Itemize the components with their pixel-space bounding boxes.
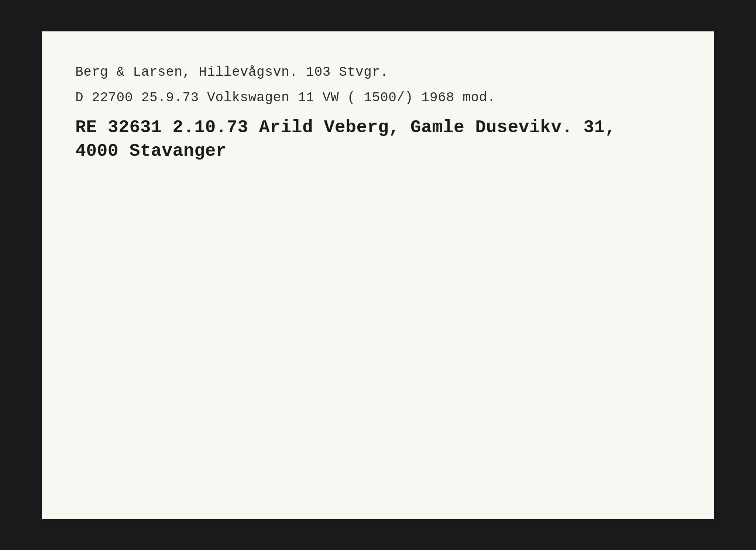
line3-row1: RE 32631 2.10.73 Arild Veberg, Gamle Dus…: [75, 116, 681, 140]
card-content: Berg & Larsen, Hillevågsvn. 103 Stvgr. D…: [75, 61, 681, 164]
line1-text: Berg & Larsen, Hillevågsvn. 103 Stvgr.: [75, 65, 681, 80]
line2-text: D 22700 25.9.73 Volkswagen 11 VW ( 1500/…: [75, 90, 681, 105]
line3-row2: 4000 Stavanger: [75, 139, 681, 163]
document-card: Berg & Larsen, Hillevågsvn. 103 Stvgr. D…: [42, 31, 714, 519]
line3-text: RE 32631 2.10.73 Arild Veberg, Gamle Dus…: [75, 116, 681, 164]
